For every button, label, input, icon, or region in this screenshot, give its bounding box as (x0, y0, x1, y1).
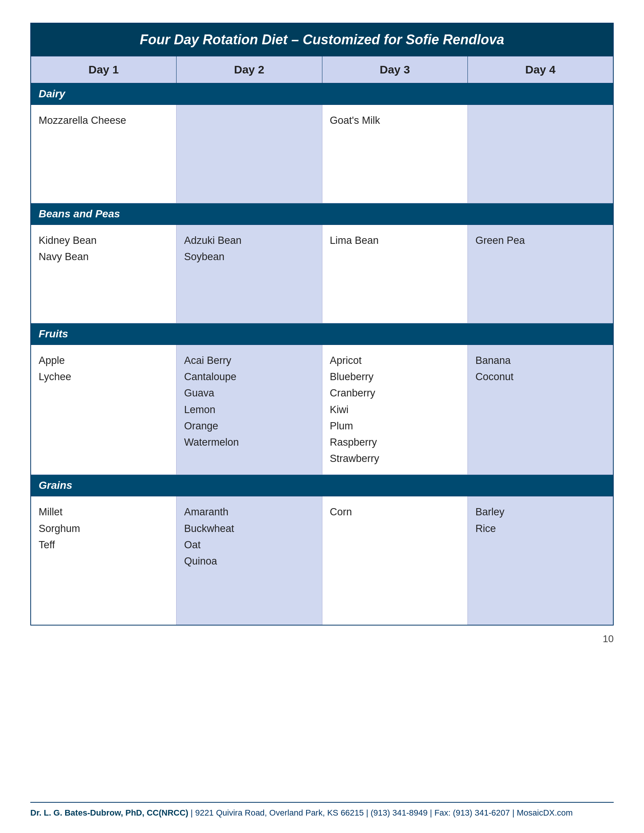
beans-day2: Adzuki Bean Soybean (177, 225, 322, 323)
grains-day1: Millet Sorghum Teff (31, 496, 177, 625)
page-wrapper: Four Day Rotation Diet – Customized for … (30, 23, 614, 818)
fruits-day2: Acai Berry Cantaloupe Guava Lemon Orange… (177, 345, 322, 475)
table-title: Four Day Rotation Diet – Customized for … (31, 23, 613, 56)
grains-category-row: Grains (31, 475, 613, 496)
fruits-day4: Banana Coconut (468, 345, 614, 475)
fruits-category-row: Fruits (31, 323, 613, 345)
footer-separator1: | (190, 808, 195, 817)
fruits-day1: Apple Lychee (31, 345, 177, 475)
grains-day2: Amaranth Buckwheat Oat Quinoa (177, 496, 322, 625)
day1-header: Day 1 (31, 56, 177, 83)
dairy-day4 (468, 105, 614, 203)
beans-day3: Lima Bean (322, 225, 468, 323)
beans-day1: Kidney Bean Navy Bean (31, 225, 177, 323)
title-row: Four Day Rotation Diet – Customized for … (31, 23, 613, 56)
page-number: 10 (30, 626, 614, 649)
grains-day3: Corn (322, 496, 468, 625)
grains-data-row: Millet Sorghum Teff Amaranth Buckwheat O… (31, 496, 613, 625)
beans-data-row: Kidney Bean Navy Bean Adzuki Bean Soybea… (31, 225, 613, 323)
fruits-category-label: Fruits (31, 323, 613, 345)
dairy-day3: Goat's Milk (322, 105, 468, 203)
day-header-row: Day 1 Day 2 Day 3 Day 4 (31, 56, 613, 83)
footer-address: 9221 Quivira Road, Overland Park, KS 662… (195, 808, 364, 817)
footer-separator2: | (366, 808, 370, 817)
day2-header: Day 2 (177, 56, 322, 83)
footer-separator4: | (512, 808, 517, 817)
dairy-day2 (177, 105, 322, 203)
footer-phone: (913) 341-8949 (370, 808, 427, 817)
dairy-category-label: Dairy (31, 83, 613, 105)
footer-doctor: Dr. L. G. Bates-Dubrow, PhD, CC(NRCC) (30, 808, 188, 817)
day4-header: Day 4 (468, 56, 614, 83)
beans-category-label: Beans and Peas (31, 203, 613, 225)
footer-fax: Fax: (913) 341-6207 (435, 808, 510, 817)
day3-header: Day 3 (322, 56, 468, 83)
grains-day4: Barley Rice (468, 496, 614, 625)
beans-category-row: Beans and Peas (31, 203, 613, 225)
fruits-data-row: Apple Lychee Acai Berry Cantaloupe Guava… (31, 345, 613, 475)
footer-website: MosaicDX.com (517, 808, 573, 817)
fruits-day3: Apricot Blueberry Cranberry Kiwi Plum Ra… (322, 345, 468, 475)
rotation-diet-table: Four Day Rotation Diet – Customized for … (30, 23, 614, 626)
dairy-data-row: Mozzarella Cheese Goat's Milk (31, 105, 613, 203)
dairy-category-row: Dairy (31, 83, 613, 105)
footer: Dr. L. G. Bates-Dubrow, PhD, CC(NRCC) | … (30, 791, 614, 818)
footer-line: Dr. L. G. Bates-Dubrow, PhD, CC(NRCC) | … (30, 802, 614, 818)
beans-day4: Green Pea (468, 225, 614, 323)
grains-category-label: Grains (31, 475, 613, 496)
dairy-day1: Mozzarella Cheese (31, 105, 177, 203)
footer-separator3: | (430, 808, 435, 817)
